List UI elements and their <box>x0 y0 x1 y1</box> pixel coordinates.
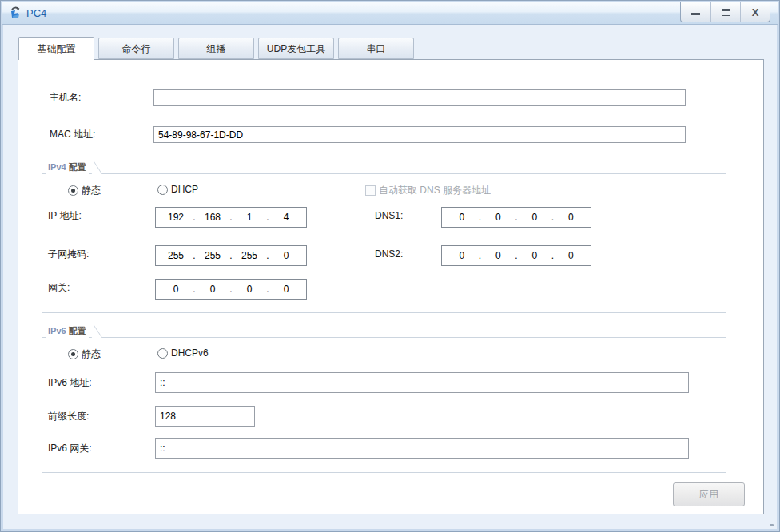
ipv6-group-title: IPv6配置 <box>46 324 89 338</box>
ensp-app-icon <box>9 6 23 20</box>
ipv6-group: IPv6配置 静态 DHCPv6 IPv6 地址: 前缀长度: IPv6 网关: <box>42 324 726 473</box>
ipv4-group-title: IPv4配置 <box>46 161 89 174</box>
ipv6-static-label: 静态 <box>82 347 101 361</box>
mask-octet-3[interactable]: 255 <box>234 250 265 261</box>
radio-icon <box>157 348 168 359</box>
dns2-label: DNS2: <box>375 245 403 263</box>
octet-separator: . <box>513 212 519 223</box>
mask-octet-2[interactable]: 255 <box>197 250 228 261</box>
ipv6-gateway-label: IPv6 网关: <box>48 439 92 457</box>
dns1-octet-4[interactable]: 0 <box>556 212 587 223</box>
basic-config-panel: 主机名: MAC 地址: IPv4配置 静态 DHCP 自动获取 DNS 服务器… <box>18 59 764 514</box>
gw-octet-4[interactable]: 0 <box>271 284 301 295</box>
tab-udp-tool[interactable]: UDP发包工具 <box>258 38 334 59</box>
dns2-octet-1[interactable]: 0 <box>447 250 477 261</box>
hostname-label: 主机名: <box>50 89 81 106</box>
ip-address-label: IP 地址: <box>48 207 82 224</box>
ipv6-static-radio[interactable]: 静态 <box>68 347 101 361</box>
dns2-field[interactable]: 0.0.0.0 <box>441 245 591 266</box>
octet-separator: . <box>550 212 556 223</box>
titlebar[interactable]: PC4 X <box>2 2 778 25</box>
ip-octet-3[interactable]: 1 <box>234 212 265 223</box>
tab-basic-config[interactable]: 基础配置 <box>18 37 94 60</box>
ipv4-dhcp-radio[interactable]: DHCP <box>157 184 198 195</box>
octet-separator: . <box>265 284 271 295</box>
gw-octet-1[interactable]: 0 <box>161 284 191 295</box>
prefix-length-label: 前缀长度: <box>48 407 89 425</box>
pc-config-window: PC4 X 基础配置 命令行 组播 UDP发包工具 串口 主机名: MAC 地址… <box>0 0 780 532</box>
ipv4-group: IPv4配置 静态 DHCP 自动获取 DNS 服务器地址 IP 地址: 192… <box>42 161 726 313</box>
octet-separator: . <box>228 250 234 261</box>
mask-octet-4[interactable]: 0 <box>271 250 301 261</box>
octet-separator: . <box>550 250 556 261</box>
dns1-label: DNS1: <box>375 207 403 224</box>
octet-separator: . <box>265 212 271 223</box>
ip-octet-4[interactable]: 4 <box>271 212 301 223</box>
ipv6-dhcpv6-radio[interactable]: DHCPv6 <box>157 347 209 359</box>
minimize-button[interactable] <box>681 2 710 22</box>
subnet-mask-field[interactable]: 255.255.255.0 <box>155 245 307 266</box>
hostname-input[interactable] <box>153 89 686 106</box>
maximize-button[interactable] <box>710 2 740 22</box>
dns2-octet-3[interactable]: 0 <box>519 250 550 261</box>
resize-grip[interactable] <box>767 524 774 526</box>
dns1-octet-2[interactable]: 0 <box>484 212 514 223</box>
apply-button[interactable]: 应用 <box>673 482 745 506</box>
window-controls: X <box>680 2 770 22</box>
ip-octet-2[interactable]: 168 <box>197 212 228 223</box>
mac-label: MAC 地址: <box>50 125 95 143</box>
mac-input[interactable] <box>153 126 686 143</box>
checkbox-icon <box>365 185 376 196</box>
octet-separator: . <box>477 212 484 223</box>
dns2-octet-2[interactable]: 0 <box>484 250 514 261</box>
octet-separator: . <box>191 284 197 295</box>
gateway-field[interactable]: 0.0.0.0 <box>155 279 307 300</box>
ipv6-dhcpv6-label: DHCPv6 <box>171 347 209 359</box>
ip-octet-1[interactable]: 192 <box>161 212 191 223</box>
octet-separator: . <box>228 284 234 295</box>
octet-separator: . <box>228 212 234 223</box>
ipv4-dhcp-label: DHCP <box>171 184 198 195</box>
octet-separator: . <box>191 212 197 223</box>
tab-serial[interactable]: 串口 <box>338 38 414 59</box>
close-icon: X <box>752 7 759 18</box>
window-title: PC4 <box>26 2 46 25</box>
close-button[interactable]: X <box>740 2 770 22</box>
dns2-octet-4[interactable]: 0 <box>556 250 587 261</box>
ip-address-field[interactable]: 192.168.1.4 <box>155 207 307 228</box>
radio-icon <box>68 185 78 196</box>
tab-multicast[interactable]: 组播 <box>178 38 254 59</box>
gateway-label: 网关: <box>48 279 70 296</box>
dns1-field[interactable]: 0.0.0.0 <box>441 207 591 228</box>
dns1-octet-3[interactable]: 0 <box>519 212 550 223</box>
octet-separator: . <box>513 250 519 261</box>
ipv4-static-radio[interactable]: 静态 <box>68 184 101 197</box>
radio-icon <box>68 349 78 359</box>
prefix-length-input[interactable] <box>155 406 255 427</box>
mask-octet-1[interactable]: 255 <box>161 250 191 261</box>
tab-command-line[interactable]: 命令行 <box>98 38 174 59</box>
minimize-icon <box>691 13 700 15</box>
octet-separator: . <box>191 250 197 261</box>
gw-octet-3[interactable]: 0 <box>234 284 265 295</box>
octet-separator: . <box>477 250 484 261</box>
auto-dns-checkbox[interactable]: 自动获取 DNS 服务器地址 <box>365 184 491 197</box>
subnet-mask-label: 子网掩码: <box>48 245 89 263</box>
ipv4-static-label: 静态 <box>82 184 101 197</box>
dns1-octet-1[interactable]: 0 <box>447 212 477 223</box>
ipv6-address-input[interactable] <box>155 372 689 393</box>
auto-dns-label: 自动获取 DNS 服务器地址 <box>379 184 491 197</box>
maximize-icon <box>722 9 730 16</box>
ipv6-address-label: IPv6 地址: <box>48 374 92 391</box>
octet-separator: . <box>265 250 271 261</box>
radio-icon <box>157 185 168 195</box>
ipv6-gateway-input[interactable] <box>155 438 689 459</box>
gw-octet-2[interactable]: 0 <box>197 284 228 295</box>
